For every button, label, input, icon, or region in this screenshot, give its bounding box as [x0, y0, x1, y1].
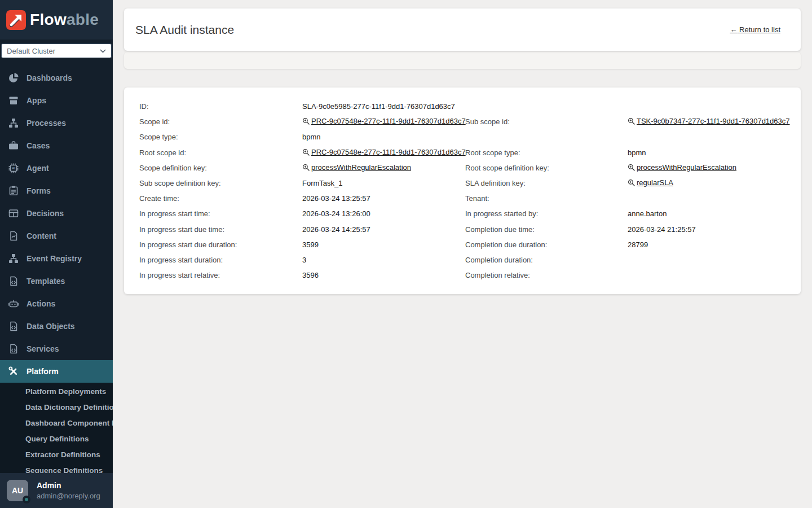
field-value: 3599 — [302, 240, 319, 249]
sidebar-nav: Dashboards Apps Processes Cases AI Agent… — [0, 61, 113, 383]
sidebar-item-cases[interactable]: Cases — [0, 134, 113, 157]
return-to-list-label: Return to list — [739, 25, 780, 34]
sidebar-item-label: Cases — [27, 141, 50, 150]
field-value-link[interactable]: regularSLA — [628, 178, 673, 187]
status-dot-icon — [23, 496, 30, 503]
field-value: FormTask_1 — [302, 179, 343, 187]
sidebar-item-label: Content — [27, 231, 56, 240]
sidebar-item-actions[interactable]: Actions — [0, 292, 113, 315]
sidebar-subitem-sequence-definitions[interactable]: Sequence Definitions — [0, 463, 113, 473]
field-label: Create time: — [139, 194, 302, 203]
sidebar-item-label: Agent — [27, 164, 49, 173]
sidebar-item-content[interactable]: Content — [0, 225, 113, 247]
avatar-initials: AU — [12, 486, 23, 495]
user-name: Admin — [37, 480, 100, 491]
field-value-link[interactable]: processWithRegularEscalation — [628, 163, 736, 172]
detail-row: In progress start relative: 3596 Complet… — [139, 268, 801, 283]
forms-icon — [8, 185, 19, 196]
detail-row: Scope definition key: processWithRegular… — [139, 160, 801, 176]
logo-wordmark: Flowable — [30, 11, 99, 29]
detail-row: In progress start due time: 2026-03-24 1… — [139, 222, 801, 237]
sidebar-item-dashboards[interactable]: Dashboards — [0, 67, 113, 89]
user-footer[interactable]: AU Admin admin@noreply.org — [0, 473, 113, 508]
field-label: In progress started by: — [465, 209, 628, 218]
field-label: In progress start duration: — [139, 256, 302, 264]
sidebar-item-forms[interactable]: Forms — [0, 179, 113, 202]
apps-icon — [8, 95, 19, 106]
toolbar-strip — [124, 52, 801, 69]
field-value: 2026-03-24 13:26:00 — [302, 209, 370, 218]
sidebar-item-agent[interactable]: AI Agent — [0, 157, 113, 179]
services-icon — [8, 343, 19, 354]
dashboards-icon — [8, 72, 19, 84]
sidebar-item-label: Event Registry — [27, 254, 82, 263]
detail-row: In progress start due duration: 3599 Com… — [139, 237, 801, 252]
sidebar-item-label: Forms — [27, 186, 51, 195]
magnifier-zoom-icon — [628, 179, 635, 186]
sidebar-item-apps[interactable]: Apps — [0, 89, 113, 112]
field-value: processWithRegularEscalation — [628, 163, 736, 173]
field-label: Root scope type: — [465, 148, 628, 157]
sidebar-subitem-platform-deployments[interactable]: Platform Deployments — [0, 384, 113, 400]
sidebar-item-platform[interactable]: Platform — [0, 360, 113, 383]
left-arrow-icon: ← — [730, 25, 737, 34]
sidebar-item-services[interactable]: Services — [0, 338, 113, 360]
field-value: TSK-9c0b7347-277c-11f1-9dd1-76307d1d63c7 — [628, 117, 790, 126]
field-label: In progress start relative: — [139, 271, 302, 279]
magnifier-zoom-icon — [302, 148, 310, 156]
field-label: In progress start time: — [139, 209, 302, 218]
sidebar-subitem-dashboard-component-definitions[interactable]: Dashboard Component Definitions — [0, 415, 113, 431]
field-value: 2026-03-24 21:25:57 — [628, 225, 696, 234]
field-label: Sub scope id: — [465, 117, 628, 126]
actions-icon — [8, 298, 19, 309]
field-value-link[interactable]: processWithRegularEscalation — [302, 163, 411, 172]
sla-audit-detail-card: ID: SLA-9c0e5985-277c-11f1-9dd1-76307d1d… — [124, 87, 801, 294]
user-info: Admin admin@noreply.org — [37, 480, 100, 501]
field-label: Completion due duration: — [465, 240, 628, 249]
field-value: 3 — [302, 256, 306, 264]
agent-icon: AI — [8, 163, 19, 174]
sidebar-item-label: Platform — [27, 367, 59, 376]
field-value: regularSLA — [628, 178, 673, 188]
magnifier-zoom-icon — [302, 117, 310, 125]
page-header: SLA Audit instance ← Return to list — [124, 8, 801, 51]
sidebar-item-templates[interactable]: Templates — [0, 270, 113, 292]
sidebar-item-label: Services — [27, 344, 59, 353]
field-value-link[interactable]: PRC-9c07548e-277c-11f1-9dd1-76307d1d63c7 — [302, 148, 466, 156]
data-objects-icon — [8, 321, 19, 332]
detail-row: Scope id: PRC-9c07548e-277c-11f1-9dd1-76… — [139, 114, 801, 129]
sidebar-item-label: Decisions — [27, 209, 64, 218]
field-label: Scope type: — [139, 133, 302, 141]
sidebar-subitem-data-dictionary-definitions[interactable]: Data Dictionary Definitions — [0, 400, 113, 415]
decisions-icon — [8, 208, 19, 219]
cluster-select[interactable]: Default Cluster — [1, 43, 112, 58]
sidebar-subitem-query-definitions[interactable]: Query Definitions — [0, 431, 113, 447]
sidebar-subitem-extractor-definitions[interactable]: Extractor Definitions — [0, 447, 113, 463]
sidebar-item-data-objects[interactable]: Data Objects — [0, 315, 113, 338]
field-label: Root scope id: — [139, 148, 302, 157]
event-registry-icon — [8, 253, 19, 264]
user-email: admin@noreply.org — [37, 492, 100, 501]
sidebar-item-label: Actions — [27, 299, 55, 308]
field-value: 2026-03-24 14:25:57 — [302, 225, 370, 234]
main-content: SLA Audit instance ← Return to list ID: … — [113, 0, 812, 508]
field-label: Scope id: — [139, 117, 302, 126]
processes-icon — [8, 117, 19, 129]
field-value-link[interactable]: TSK-9c0b7347-277c-11f1-9dd1-76307d1d63c7 — [628, 117, 790, 125]
sidebar-item-processes[interactable]: Processes — [0, 112, 113, 134]
sidebar-item-label: Dashboards — [27, 73, 72, 82]
page-title: SLA Audit instance — [135, 23, 234, 37]
cluster-select-value: Default Cluster — [7, 47, 55, 55]
field-label: In progress start due duration: — [139, 240, 302, 249]
return-to-list-link[interactable]: ← Return to list — [730, 25, 780, 34]
avatar[interactable]: AU — [7, 480, 28, 501]
sidebar-item-decisions[interactable]: Decisions — [0, 202, 113, 225]
sidebar-item-event-registry[interactable]: Event Registry — [0, 247, 113, 270]
field-label: Sub scope definition key: — [139, 179, 302, 187]
field-value-link[interactable]: PRC-9c07548e-277c-11f1-9dd1-76307d1d63c7 — [302, 117, 466, 125]
field-value: anne.barton — [628, 209, 667, 218]
sidebar-item-label: Processes — [27, 119, 66, 128]
content-icon — [8, 230, 19, 242]
detail-row: Create time: 2026-03-24 13:25:57 Tenant: — [139, 191, 801, 206]
magnifier-zoom-icon — [628, 164, 635, 171]
